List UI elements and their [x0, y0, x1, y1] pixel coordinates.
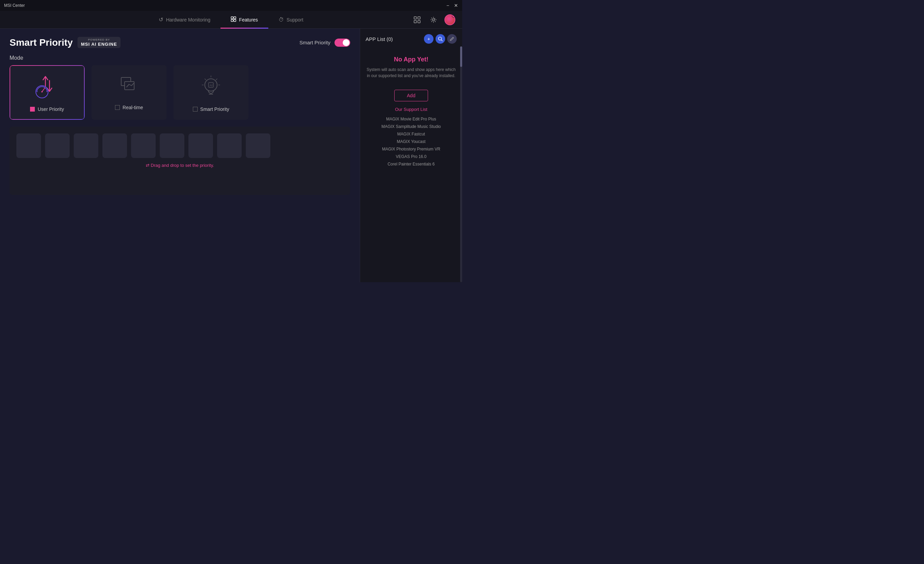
mode-card-realtime[interactable]: Real-time	[92, 65, 166, 120]
mode-card-user[interactable]: User Priority	[9, 65, 85, 120]
app-slot-8[interactable]	[217, 133, 242, 158]
realtime-footer: Real-time	[115, 105, 143, 110]
user-priority-name: User Priority	[38, 106, 64, 112]
app-slot-6[interactable]	[160, 133, 184, 158]
no-app-desc: System will auto scan and show apps here…	[366, 67, 457, 79]
tab-support[interactable]: ⏱ Support	[268, 11, 314, 28]
user-priority-checkbox	[30, 107, 35, 112]
realtime-checkbox	[115, 105, 120, 110]
features-icon	[231, 16, 236, 23]
app-slot-3[interactable]	[74, 133, 98, 158]
smart-priority-toggle[interactable]	[334, 39, 350, 47]
app-list-header: APP List (0) +	[360, 28, 462, 46]
app-slot-7[interactable]	[188, 133, 213, 158]
app-list-actions: +	[424, 34, 457, 44]
avatar-badge	[452, 14, 455, 18]
svg-point-8	[432, 19, 435, 21]
support-item-0: MAGIX Movie Edit Pro Plus	[366, 115, 457, 123]
app-slot-1[interactable]	[16, 133, 41, 158]
svg-line-24	[205, 79, 206, 80]
support-item-3: MAGIX Youcast	[366, 138, 457, 145]
support-item-1: MAGIX Samplitude Music Studio	[366, 123, 457, 130]
right-panel-scroll[interactable]: No App Yet! System will auto scan and sh…	[360, 46, 462, 171]
add-button[interactable]: Add	[394, 90, 428, 101]
svg-rect-0	[231, 17, 233, 19]
svg-text:AI: AI	[210, 84, 213, 87]
mode-label: Mode	[9, 55, 350, 61]
smart-priority-toggle-label: Smart Priority	[299, 40, 330, 45]
support-item-2: MAGIX Fastcut	[366, 130, 457, 138]
smart-priority-checkbox	[193, 107, 198, 112]
lower-section: ⇄ Drag and drop to set the priority.	[9, 127, 350, 195]
ai-badge-name: MSI AI ENGINE	[81, 42, 117, 47]
ai-badge: POWERED BY MSI AI ENGINE	[78, 37, 120, 48]
avatar[interactable]	[444, 14, 455, 25]
app-title: MSI Center	[4, 3, 25, 8]
svg-rect-6	[414, 21, 416, 23]
close-button[interactable]: ✕	[454, 3, 458, 8]
svg-line-28	[441, 40, 443, 41]
tab-hardware[interactable]: ↺ Hardware Monitoring	[148, 11, 220, 28]
user-priority-footer: User Priority	[30, 106, 64, 112]
svg-rect-2	[231, 19, 233, 21]
smart-priority-footer: Smart Priority	[193, 106, 230, 112]
svg-rect-5	[418, 17, 420, 19]
support-item-4: MAGIX Photostory Premium VR	[366, 145, 457, 153]
content-area: Smart Priority POWERED BY MSI AI ENGINE …	[0, 28, 360, 282]
titlebar: MSI Center − ✕	[0, 0, 462, 11]
smart-priority-mode-name: Smart Priority	[200, 106, 230, 112]
nav-right-area	[412, 14, 455, 25]
page-title: Smart Priority	[9, 37, 73, 48]
realtime-name: Real-time	[123, 105, 143, 110]
realtime-icon	[117, 75, 141, 100]
modes-row: User Priority Real-time	[9, 65, 350, 120]
search-app-button[interactable]	[435, 34, 445, 44]
app-slot-9[interactable]	[246, 133, 270, 158]
user-priority-icon	[32, 73, 63, 102]
main-area: Smart Priority POWERED BY MSI AI ENGINE …	[0, 28, 462, 282]
navbar: ↺ Hardware Monitoring Features ⏱ Support	[0, 11, 462, 28]
hardware-icon: ↺	[159, 16, 163, 23]
app-list-title: APP List (0)	[366, 36, 393, 42]
svg-rect-7	[418, 21, 420, 23]
app-slot-2[interactable]	[45, 133, 70, 158]
nav-tabs: ↺ Hardware Monitoring Features ⏱ Support	[7, 11, 455, 28]
page-header: Smart Priority POWERED BY MSI AI ENGINE …	[9, 37, 350, 48]
svg-line-23	[216, 79, 217, 80]
app-slot-5[interactable]	[131, 133, 156, 158]
support-icon: ⏱	[279, 17, 284, 23]
drag-hint: ⇄ Drag and drop to set the priority.	[16, 163, 344, 168]
settings-button[interactable]	[428, 14, 439, 25]
app-slots	[16, 133, 344, 158]
svg-rect-4	[414, 17, 416, 19]
ai-badge-powered: POWERED BY	[88, 38, 110, 42]
support-item-5: VEGAS Pro 16.0	[366, 153, 457, 160]
edit-app-button[interactable]	[447, 34, 457, 44]
scrollbar-thumb	[460, 46, 462, 67]
mode-card-smart[interactable]: AI Smart Priority	[173, 65, 249, 120]
svg-rect-17	[124, 82, 134, 90]
tab-support-label: Support	[287, 17, 303, 22]
tab-features[interactable]: Features	[220, 11, 268, 28]
window-controls: − ✕	[447, 3, 458, 8]
support-item-6: Corel Painter Essentials 6	[366, 160, 457, 168]
tab-features-label: Features	[239, 17, 258, 22]
scrollbar-track[interactable]	[460, 46, 462, 282]
no-app-title: No App Yet!	[366, 56, 457, 63]
smart-priority-mode-icon: AI	[197, 73, 225, 102]
page-header-right: Smart Priority	[299, 39, 350, 47]
minimize-button[interactable]: −	[447, 3, 449, 8]
svg-point-13	[41, 91, 43, 93]
svg-rect-3	[234, 19, 236, 21]
app-slot-4[interactable]	[102, 133, 127, 158]
tab-hardware-label: Hardware Monitoring	[166, 17, 210, 22]
no-app-area: No App Yet! System will auto scan and sh…	[366, 49, 457, 84]
support-list-title: Our Support List	[366, 107, 457, 112]
toggle-knob	[343, 39, 350, 46]
grid-button[interactable]	[412, 14, 423, 25]
svg-rect-1	[234, 17, 236, 19]
add-app-button[interactable]: +	[424, 34, 434, 44]
page-title-area: Smart Priority POWERED BY MSI AI ENGINE	[9, 37, 120, 48]
right-panel: APP List (0) + No	[360, 28, 462, 282]
